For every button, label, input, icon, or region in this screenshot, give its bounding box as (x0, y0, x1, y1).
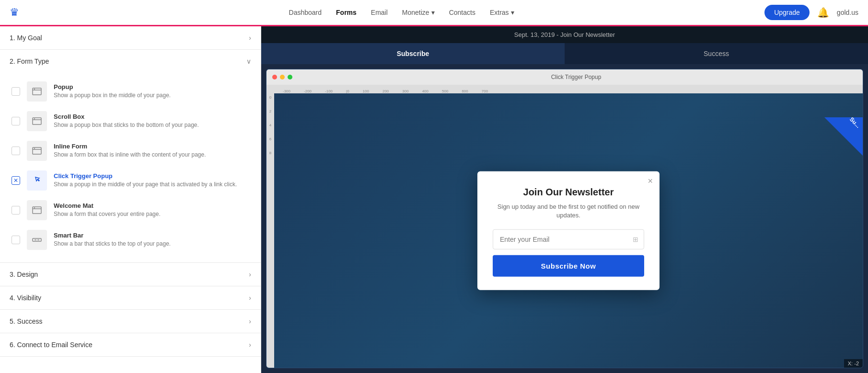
form-type-inline-form[interactable]: Inline Form Show a form box that is inli… (8, 136, 253, 166)
nav-contacts[interactable]: Contacts (449, 9, 475, 16)
nav-extras[interactable]: Extras ▾ (490, 9, 514, 16)
click-trigger-icon (27, 170, 47, 191)
click-trigger-text: Click Trigger Popup Show a popup in the … (54, 172, 237, 189)
preview-tabs: Subscribe Success (261, 43, 868, 64)
chevron-right-icon: › (249, 341, 251, 349)
popup-close-button[interactable]: × (648, 176, 653, 186)
page-background: Su... × Join Our Newsletter Sign up toda… (274, 93, 863, 368)
smart-bar-icon (27, 230, 47, 250)
success-label: 5. Success (10, 317, 42, 325)
sidebar-section-connect-email: 6. Connect to Email Service › (0, 333, 261, 357)
nav-forms[interactable]: Forms (336, 9, 357, 16)
form-type-scroll-box[interactable]: Scroll Box Show a popup box that sticks … (8, 106, 253, 136)
inline-form-checkbox (12, 147, 20, 155)
ruler-mark-v: 6 (269, 137, 271, 141)
sidebar-section-design-header[interactable]: 3. Design › (0, 263, 261, 286)
ruler-mark: -200 (304, 89, 312, 93)
popup-subtitle: Sign up today and be the first to get no… (493, 202, 644, 219)
svg-rect-0 (33, 88, 41, 95)
inline-form-text: Inline Form Show a form box that is inli… (54, 143, 206, 159)
nav-right: Upgrade 🔔 gold.us (764, 5, 858, 20)
ruler-mark: 700 (482, 89, 488, 93)
preview-header-text: Sept. 13, 2019 - Join Our Newsletter (514, 31, 615, 38)
popup-modal: × Join Our Newsletter Sign up today and … (477, 171, 660, 290)
sidebar-section-design: 3. Design › (0, 263, 261, 286)
vertical-ruler: 0 2 4 6 8 (266, 93, 274, 368)
scroll-box-checkbox (12, 117, 20, 125)
chevron-down-icon: ∨ (246, 57, 251, 65)
inline-form-icon (27, 141, 47, 161)
ruler-mark-v: 8 (269, 151, 271, 155)
form-type-smart-bar[interactable]: Smart Bar Show a bar that sticks to the … (8, 225, 253, 255)
ruler-mark: |0 (346, 89, 349, 93)
ruler-mark: 200 (382, 89, 389, 93)
ruler-mark: 300 (402, 89, 408, 93)
sidebar-section-my-goal-header[interactable]: 1. My Goal › (0, 26, 261, 49)
user-label: gold.us (837, 9, 858, 16)
smart-bar-text: Smart Bar Show a bar that sticks to the … (54, 232, 171, 248)
form-type-popup[interactable]: Popup Show a popup box in the middle of … (8, 77, 253, 106)
sidebar-section-success-header[interactable]: 5. Success › (0, 310, 261, 333)
sidebar-section-visibility-header[interactable]: 4. Visibility › (0, 286, 261, 309)
chevron-right-icon: › (249, 294, 251, 302)
sidebar-section-connect-email-header[interactable]: 6. Connect to Email Service › (0, 333, 261, 356)
ruler-mark: 600 (462, 89, 468, 93)
notifications-icon[interactable]: 🔔 (817, 7, 829, 18)
welcome-mat-icon (27, 200, 47, 220)
browser-maximize-dot (288, 75, 292, 79)
ruler-mark: 100 (363, 89, 369, 93)
click-trigger-checkbox: ✕ (12, 176, 20, 185)
visibility-label: 4. Visibility (10, 294, 41, 302)
tab-subscribe[interactable]: Subscribe (261, 43, 565, 64)
scroll-box-text: Scroll Box Show a popup box that sticks … (54, 113, 199, 129)
sidebar-section-success: 5. Success › (0, 310, 261, 333)
sidebar-section-form-type-header[interactable]: 2. Form Type ∨ (0, 50, 261, 73)
upgrade-button[interactable]: Upgrade (764, 5, 810, 20)
my-goal-label: 1. My Goal (10, 34, 42, 42)
ruler-mark-v: 0 (269, 95, 271, 100)
status-bar: X: -2 (844, 359, 863, 368)
email-input-wrapper: ⊞ (493, 229, 644, 249)
ruler-mark: -100 (325, 89, 333, 93)
popup-title: Join Our Newsletter (493, 186, 644, 197)
form-type-list: Popup Show a popup box in the middle of … (0, 73, 261, 262)
nav-monetize[interactable]: Monetize ▾ (402, 9, 435, 16)
welcome-mat-text: Welcome Mat Show a form that covers your… (54, 202, 161, 218)
ruler-mark: 500 (442, 89, 448, 93)
ruler-mark: -300 (283, 89, 290, 93)
logo-icon[interactable]: ♛ (10, 6, 19, 19)
email-input[interactable] (493, 229, 644, 249)
svg-rect-3 (33, 118, 41, 124)
smart-bar-checkbox (12, 236, 20, 244)
sidebar: 1. My Goal › 2. Form Type ∨ Popup (0, 26, 261, 373)
horizontal-ruler: -300 -200 -100 |0 100 200 300 400 500 60… (266, 85, 863, 93)
ruler-mark: 400 (422, 89, 428, 93)
form-type-label: 2. Form Type (10, 57, 49, 65)
welcome-mat-checkbox (12, 206, 20, 215)
svg-rect-6 (33, 147, 41, 154)
form-type-welcome-mat[interactable]: Welcome Mat Show a form that covers your… (8, 195, 253, 225)
chevron-right-icon: › (249, 317, 251, 325)
design-label: 3. Design (10, 271, 38, 278)
nav-email[interactable]: Email (371, 9, 388, 16)
browser-title-bar: Click Trigger Popup (266, 69, 863, 85)
svg-rect-12 (33, 238, 41, 241)
top-navigation: ♛ Dashboard Forms Email Monetize ▾ Conta… (0, 0, 868, 26)
subscribe-button[interactable]: Subscribe Now (493, 255, 644, 277)
ruler-mark-v: 4 (269, 123, 271, 127)
browser-title: Click Trigger Popup (295, 74, 857, 80)
preview-area: Sept. 13, 2019 - Join Our Newsletter Sub… (261, 26, 868, 373)
tab-success[interactable]: Success (565, 43, 868, 64)
browser-mockup: Click Trigger Popup -300 -200 -100 |0 10… (266, 69, 863, 368)
sidebar-section-visibility: 4. Visibility › (0, 286, 261, 310)
chevron-right-icon: › (249, 271, 251, 278)
chevron-down-icon: ▾ (511, 9, 514, 16)
main-layout: 1. My Goal › 2. Form Type ∨ Popup (0, 26, 868, 373)
ruler-marks: -300 -200 -100 |0 100 200 300 400 500 60… (275, 85, 488, 93)
nav-dashboard[interactable]: Dashboard (289, 9, 322, 16)
browser-close-dot (272, 75, 277, 79)
browser-minimize-dot (280, 75, 285, 79)
form-type-click-trigger-popup[interactable]: ✕ Click Trigger Popup Show a popup in th… (8, 166, 253, 195)
preview-canvas: Click Trigger Popup -300 -200 -100 |0 10… (261, 64, 868, 373)
popup-text: Popup Show a popup box in the middle of … (54, 83, 171, 100)
